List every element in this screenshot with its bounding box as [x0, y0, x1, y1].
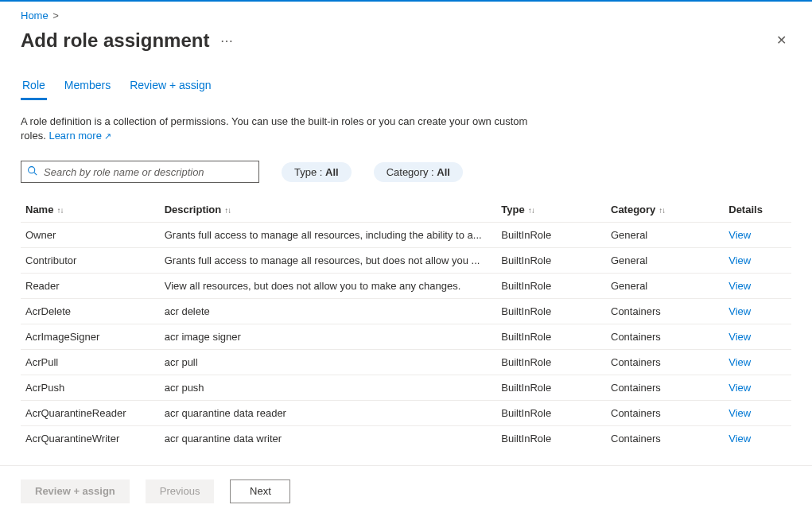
table-row[interactable]: AcrQuarantineReaderacr quarantine data r… [21, 401, 791, 426]
col-header-name[interactable]: Name↑↓ [21, 197, 160, 223]
cell-details: View [724, 426, 791, 450]
svg-point-0 [29, 167, 35, 173]
view-link[interactable]: View [728, 407, 751, 419]
breadcrumb: Home > [21, 2, 791, 25]
category-filter-label: Category : [387, 166, 437, 178]
search-input[interactable] [21, 161, 259, 183]
cell-category: General [606, 248, 724, 274]
cell-name: Reader [21, 274, 160, 299]
cell-category: Containers [606, 375, 724, 401]
page-title: Add role assignment [21, 29, 209, 52]
view-link[interactable]: View [728, 433, 751, 445]
view-link[interactable]: View [728, 331, 751, 343]
tab-role[interactable]: Role [21, 74, 47, 100]
col-header-description[interactable]: Description↑↓ [160, 197, 497, 223]
cell-name: Contributor [21, 248, 160, 274]
view-link[interactable]: View [728, 305, 751, 317]
cell-name: AcrPush [21, 375, 160, 401]
table-header-row: Name↑↓ Description↑↓ Type↑↓ Category↑↓ D… [21, 197, 791, 223]
cell-type: BuiltInRole [496, 299, 606, 324]
cell-name: Owner [21, 223, 160, 248]
sort-icon: ↑↓ [56, 206, 63, 215]
cell-name: AcrPull [21, 350, 160, 375]
svg-line-1 [34, 173, 37, 175]
cell-category: Containers [606, 426, 724, 450]
col-header-details: Details [724, 197, 791, 223]
close-icon[interactable]: ✕ [771, 29, 791, 52]
learn-more-link[interactable]: Learn more ↗ [49, 130, 111, 142]
breadcrumb-home-link[interactable]: Home [21, 10, 49, 21]
cell-type: BuiltInRole [496, 274, 606, 299]
category-filter-pill[interactable]: Category : All [374, 162, 463, 182]
cell-description: acr image signer [160, 324, 497, 350]
sort-icon: ↑↓ [224, 206, 231, 215]
search-icon [27, 165, 37, 178]
sort-icon: ↑↓ [528, 206, 534, 215]
cell-description: acr delete [160, 299, 497, 324]
tab-review-assign[interactable]: Review + assign [128, 74, 212, 100]
search-wrap [21, 161, 259, 183]
external-link-icon: ↗ [102, 131, 111, 141]
cell-name: AcrQuarantineReader [21, 401, 160, 426]
table-row[interactable]: AcrImageSigneracr image signerBuiltInRol… [21, 324, 791, 350]
next-button[interactable]: Next [230, 479, 290, 503]
more-options-icon[interactable]: ⋯ [220, 33, 235, 49]
description-text: A role definition is a collection of per… [21, 115, 530, 143]
cell-description: acr push [160, 375, 497, 401]
view-link[interactable]: View [728, 382, 751, 394]
cell-description: acr quarantine data reader [160, 401, 497, 426]
filter-row: Type : All Category : All [21, 161, 791, 183]
cell-details: View [724, 299, 791, 324]
col-header-category[interactable]: Category↑↓ [606, 197, 724, 223]
table-row[interactable]: AcrDeleteacr deleteBuiltInRoleContainers… [21, 299, 791, 324]
sort-icon: ↑↓ [659, 206, 665, 215]
cell-type: BuiltInRole [496, 324, 606, 350]
table-row[interactable]: AcrPushacr pushBuiltInRoleContainersView [21, 375, 791, 401]
cell-details: View [724, 274, 791, 299]
view-link[interactable]: View [728, 229, 751, 241]
cell-description: Grants full access to manage all resourc… [160, 248, 497, 274]
table-row[interactable]: AcrQuarantineWriteracr quarantine data w… [21, 426, 791, 450]
cell-category: General [606, 223, 724, 248]
review-assign-button[interactable]: Review + assign [21, 479, 130, 503]
cell-description: View all resources, but does not allow y… [160, 274, 497, 299]
cell-category: Containers [606, 299, 724, 324]
cell-type: BuiltInRole [496, 223, 606, 248]
cell-category: General [606, 274, 724, 299]
horizontal-scrollbar[interactable] [0, 516, 812, 528]
table-row[interactable]: AcrPullacr pullBuiltInRoleContainersView [21, 350, 791, 375]
title-row: Add role assignment ⋯ ✕ [21, 25, 791, 68]
cell-details: View [724, 324, 791, 350]
cell-details: View [724, 401, 791, 426]
col-header-type[interactable]: Type↑↓ [496, 197, 606, 223]
table-row[interactable]: ReaderView all resources, but does not a… [21, 274, 791, 299]
cell-type: BuiltInRole [496, 375, 606, 401]
cell-details: View [724, 375, 791, 401]
type-filter-value: All [325, 166, 339, 178]
category-filter-value: All [437, 166, 450, 178]
chevron-right-icon: > [52, 10, 59, 21]
view-link[interactable]: View [728, 254, 751, 266]
tab-bar: Role Members Review + assign [21, 68, 791, 100]
previous-button[interactable]: Previous [146, 479, 215, 503]
view-link[interactable]: View [728, 356, 751, 368]
main-scroll-area[interactable]: Home > Add role assignment ⋯ ✕ Role Memb… [0, 2, 812, 450]
view-link[interactable]: View [728, 280, 751, 292]
cell-category: Containers [606, 350, 724, 375]
cell-name: AcrImageSigner [21, 324, 160, 350]
cell-type: BuiltInRole [496, 401, 606, 426]
cell-type: BuiltInRole [496, 350, 606, 375]
cell-type: BuiltInRole [496, 248, 606, 274]
cell-name: AcrDelete [21, 299, 160, 324]
cell-details: View [724, 350, 791, 375]
tab-members[interactable]: Members [63, 74, 112, 100]
table-row[interactable]: ContributorGrants full access to manage … [21, 248, 791, 274]
cell-description: acr quarantine data writer [160, 426, 497, 450]
cell-details: View [724, 223, 791, 248]
type-filter-label: Type : [294, 166, 325, 178]
cell-description: acr pull [160, 350, 497, 375]
cell-description: Grants full access to manage all resourc… [160, 223, 497, 248]
type-filter-pill[interactable]: Type : All [282, 162, 352, 182]
footer-bar: Review + assign Previous Next [0, 465, 812, 516]
table-row[interactable]: OwnerGrants full access to manage all re… [21, 223, 791, 248]
